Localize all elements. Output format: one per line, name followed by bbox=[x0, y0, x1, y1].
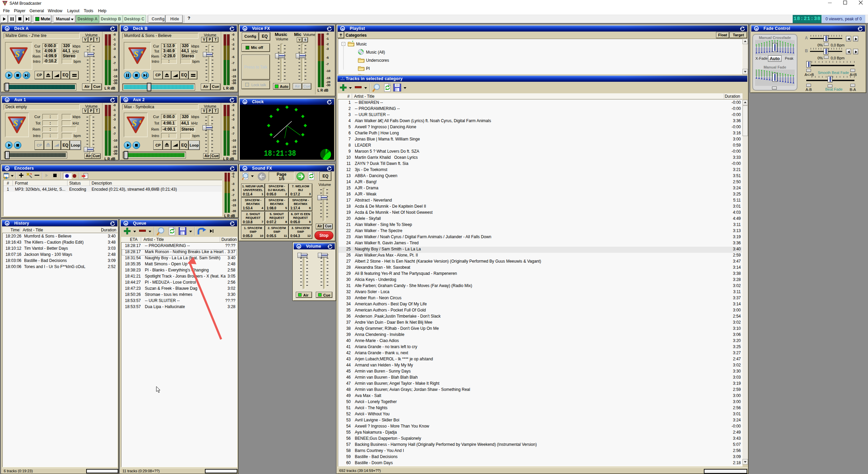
svg-text:S: S bbox=[4, 1, 6, 4]
svg-text:4: 4 bbox=[20, 119, 23, 124]
svg-text:4: 4 bbox=[141, 50, 143, 54]
svg-text:S: S bbox=[13, 118, 18, 128]
svg-text:S: S bbox=[132, 118, 137, 128]
svg-text:S: S bbox=[134, 49, 138, 59]
svg-text:4: 4 bbox=[22, 50, 24, 54]
svg-text:S: S bbox=[15, 49, 20, 59]
svg-text:4: 4 bbox=[139, 119, 141, 124]
